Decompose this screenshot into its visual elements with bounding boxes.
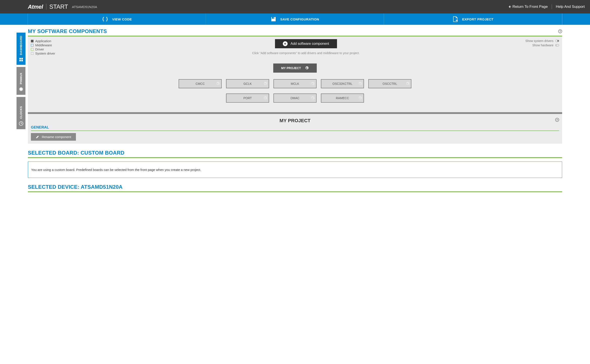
detail-title: MY PROJECT [280,118,311,124]
gear-icon [358,82,362,86]
node-label: CMCC [196,82,205,85]
general-section: GENERAL Rename component [28,125,562,144]
legend-system-driver: System driver [31,52,96,55]
node-mclk[interactable]: MCLK [274,79,316,88]
spacer [0,13,28,25]
node-oscctrl[interactable]: OSCCTRL [368,79,411,88]
gear-icon [310,82,315,86]
node-label: PORT [243,96,252,100]
gear-icon [305,66,309,70]
rename-component-button[interactable]: Rename component [31,133,76,141]
code-braces-icon [102,17,108,22]
topbar: Atmel START ATSAMD51N20A Return To Front… [0,0,590,13]
gear-icon [358,96,362,100]
components-section: MY SOFTWARE COMPONENTS ? Application Mid… [28,28,562,144]
topbar-left: Atmel START ATSAMD51N20A [28,3,97,10]
general-label: GENERAL [31,125,559,130]
plus-circle-icon: + [283,41,288,46]
node-cmcc[interactable]: CMCC [179,79,222,88]
legend-label: Driver [35,47,44,51]
topbar-right: Return To Front Page Help And Support [509,4,585,9]
gear-icon [405,82,410,86]
svg-rect-4 [21,58,23,59]
arrow-left-icon [509,6,511,8]
legend-label: Application [35,39,51,43]
chip-icon [19,86,24,92]
node-osc32kctrl[interactable]: OSC32KCTRL [321,79,364,88]
gear-icon [263,82,267,86]
save-icon [271,16,276,22]
sidetab-label: CLOCKS [19,106,23,119]
node-label: DMAC [290,96,299,100]
square-icon [31,40,33,42]
square-icon [31,44,33,46]
gear-icon [263,96,267,100]
sidetab-label: PINMUX [19,73,23,84]
add-software-label: Add software component [291,42,329,46]
brand-logo: Atmel [28,3,43,10]
sidetab-dashboard[interactable]: DASHBOARD [17,32,26,65]
export-project-button[interactable]: EXPORT PROJECT [384,13,562,25]
sidetab-clocks[interactable]: CLOCKS [17,97,26,129]
my-project-label: MY PROJECT [281,66,301,70]
nodes-row-2: PORT DMAC RAMECC [34,93,556,103]
legend-label: Middleware [35,43,52,47]
sidetab-label: DASHBOARD [19,36,23,55]
my-project-card[interactable]: MY PROJECT [273,64,317,73]
toggle-label: Show system drivers [525,39,553,43]
gear-icon [310,96,315,100]
board-title: SELECTED BOARD: CUSTOM BOARD [28,150,562,156]
section-title: MY SOFTWARE COMPONENTS [28,28,107,34]
toggle-label: Show hardware [532,44,553,47]
return-link[interactable]: Return To Front Page [509,5,548,9]
node-label: RAMECC [336,96,349,100]
toggle-show-system-drivers[interactable]: Show system drivers [525,39,559,43]
node-label: OSCCTRL [383,82,397,85]
gear-icon [216,82,220,86]
legend-application: Application [31,39,96,43]
save-config-label: SAVE CONFIGURATION [280,17,319,21]
toggle-switch-icon [555,40,559,42]
device-title: SELECTED DEVICE: ATSAMD51N20A [28,184,562,190]
spacer [562,13,590,25]
sidetabs: DASHBOARD PINMUX CLOCKS [17,32,26,129]
divider [28,191,562,192]
main-content: MY SOFTWARE COMPONENTS ? Application Mid… [28,25,562,192]
close-icon[interactable]: ✕ [555,118,559,122]
device-label: ATSAMD51N20A [72,5,97,9]
nodes-row-1: CMCC GCLK MCLK OSC32KCTRL OSCCTRL [34,79,556,88]
dashboard-icon [19,57,24,62]
clock-icon [19,121,24,126]
svg-rect-2 [274,17,274,19]
center-column: + Add software component Click "Add soft… [100,39,511,56]
node-label: MCLK [291,82,299,85]
pencil-icon [36,135,39,139]
node-gclk[interactable]: GCLK [226,79,269,88]
help-icon[interactable]: ? [558,29,562,33]
legend-label: System driver [35,52,55,55]
view-code-button[interactable]: VIEW CODE [28,13,206,25]
svg-rect-6 [21,60,23,61]
add-software-component-button[interactable]: + Add software component [275,39,337,48]
save-config-button[interactable]: SAVE CONFIGURATION [206,13,384,25]
toggle-show-hardware[interactable]: Show hardware [532,44,559,47]
export-icon [452,16,458,22]
divider [552,4,552,9]
sidetab-pinmux[interactable]: PINMUX [17,67,26,95]
svg-line-22 [21,124,22,124]
help-link[interactable]: Help And Support [556,5,585,9]
node-dmac[interactable]: DMAC [274,93,316,103]
divider [31,130,559,131]
export-project-label: EXPORT PROJECT [462,17,493,21]
hint-text: Click "Add software components" to add d… [252,51,360,55]
legend-driver: Driver [31,47,96,51]
section-header: MY SOFTWARE COMPONENTS ? [28,28,562,34]
actionbar: VIEW CODE SAVE CONFIGURATION EXPORT PROJ… [0,13,590,25]
node-port[interactable]: PORT [226,93,269,103]
nodes-wrap: CMCC GCLK MCLK OSC32KCTRL OSCCTRL PORT D… [28,73,562,112]
node-ramecc[interactable]: RAMECC [321,93,364,103]
svg-rect-5 [19,60,21,61]
node-label: OSC32KCTRL [332,82,352,85]
square-icon [31,52,33,55]
board-info-box: You are using a custom board. Predefined… [28,162,562,178]
